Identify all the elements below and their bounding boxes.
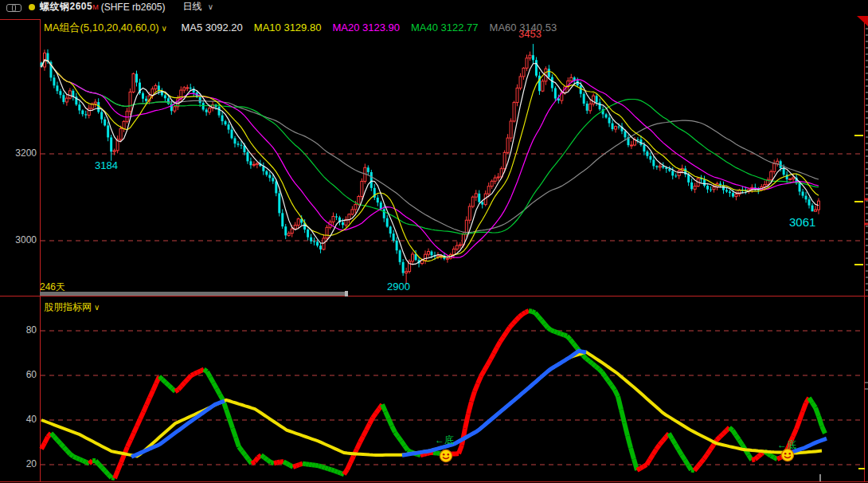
horizontal-scrollbar[interactable] [40,292,345,296]
indicator-yellow-line [41,352,822,457]
sub-indicator-label: 股朋指标网 [44,301,92,312]
main-y-tick-3200: 3200 [8,148,37,159]
chart-svg[interactable] [0,0,868,483]
chart-application: 螺纹钢2605 M (SHFE rb2605) 日线 ∨ MA组合(5,10,2… [0,0,868,483]
scrollbar-thumb-cap[interactable] [345,291,348,296]
sub-y-tick-20: 20 [8,459,37,469]
chevron-down-icon: ∨ [94,303,100,312]
price-label-3453: 3453 [518,29,542,39]
ma-legend-values: MA5 3092.20MA10 3129.80MA20 3123.90MA40 … [181,22,568,33]
ma-combo-selector[interactable]: MA组合(5,10,20,40,60,0)∨ [44,22,167,33]
smiley-icon [439,449,453,466]
days-count-label: 246天 [40,281,65,294]
legend-item-ma5: MA5 3092.20 [181,22,242,33]
legend-item-ma20: MA20 3123.90 [332,22,400,33]
legend-item-ma10: MA10 3129.80 [254,22,322,33]
ma-legend: MA组合(5,10,20,40,60,0)∨ MA5 3092.20MA10 3… [44,21,568,35]
sub-y-tick-40: 40 [8,414,37,425]
corner-flag-icon [857,16,868,26]
smiley-icon [780,448,795,465]
price-label-3061: 3061 [789,217,815,227]
price-label-2900: 2900 [387,281,410,292]
sub-y-tick-60: 60 [8,370,37,380]
chevron-down-icon: ∨ [162,24,167,33]
bottom-annotation-text: ←底 [435,434,454,447]
ma-combo-label: MA组合(5,10,20,40,60,0) [44,22,159,33]
legend-item-ma40: MA40 3122.77 [411,22,479,33]
chart-canvas[interactable] [0,0,868,483]
price-label-3184: 3184 [95,160,118,171]
candles-layer [41,44,820,284]
ma-lines-layer [41,60,819,264]
sub-indicator-selector[interactable]: 股朋指标网∨ [44,300,100,314]
main-y-tick-3000: 3000 [8,235,37,245]
indicator-fast-line [41,311,825,478]
sub-y-tick-80: 80 [8,325,37,336]
